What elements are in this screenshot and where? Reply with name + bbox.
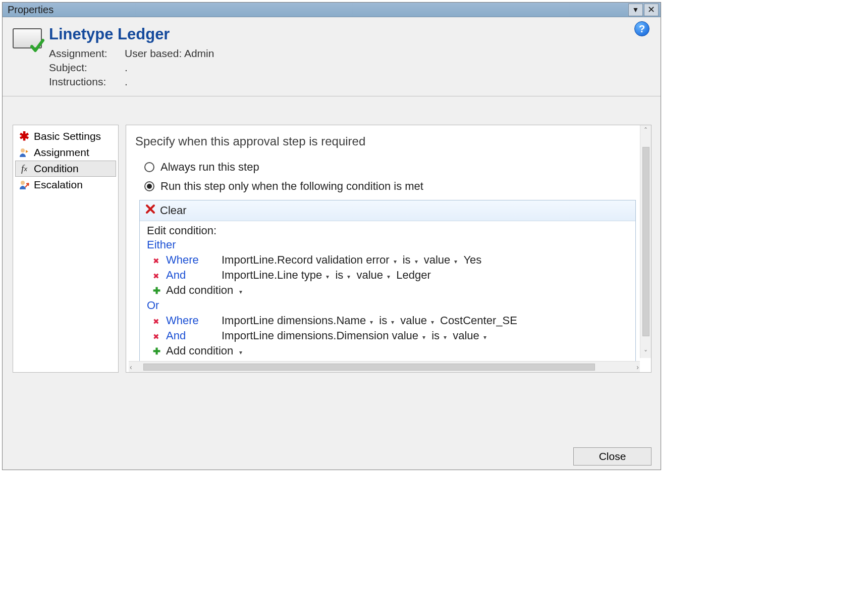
caret-icon: ▾ [414, 258, 419, 265]
vertical-scrollbar[interactable]: ˄ ˅ [640, 125, 651, 358]
operator-dropdown[interactable]: is ▾ [379, 314, 395, 327]
add-icon: ✚ [153, 346, 161, 357]
nav-item-basic-settings[interactable]: ✱ Basic Settings [15, 128, 116, 144]
person-escalate-icon [19, 179, 30, 190]
nav-item-assignment[interactable]: Assignment [15, 144, 116, 161]
field-dropdown[interactable]: ImportLine.Record validation error ▾ [222, 253, 398, 267]
caret-icon: ▾ [430, 319, 435, 326]
keyword-where[interactable]: Where [166, 253, 216, 267]
condition-toolbar: Clear [140, 200, 635, 221]
condition-row: ✖ And ImportLine.Line type ▾ is ▾ value … [147, 268, 628, 283]
section-heading: Specify when this approval step is requi… [135, 134, 636, 148]
body-area: ✱ Basic Settings Assignment fx Condition… [3, 96, 661, 380]
close-button-label: Close [599, 450, 626, 463]
instructions-value: . [125, 76, 214, 88]
step-icon [13, 28, 42, 48]
nav-label: Assignment [34, 146, 89, 159]
keyword-where[interactable]: Where [166, 314, 216, 327]
group-or[interactable]: Or [147, 298, 628, 313]
page-title: Linetype Ledger [49, 25, 214, 43]
group-either[interactable]: Either [147, 237, 628, 252]
condition-body: Edit condition: Either ✖ Where ImportLin… [140, 221, 635, 367]
clear-button[interactable]: Clear [160, 204, 187, 217]
add-condition-row[interactable]: ✚ Add condition ▾ [147, 283, 628, 298]
subject-label: Subject: [49, 62, 125, 74]
nav-label: Condition [34, 163, 79, 175]
keyword-and[interactable]: And [166, 269, 216, 282]
value-dropdown[interactable]: CostCenter_SE [440, 314, 517, 327]
compare-dropdown[interactable]: value ▾ [424, 253, 459, 267]
field-dropdown[interactable]: ImportLine dimensions.Name ▾ [222, 314, 374, 327]
remove-icon[interactable]: ✖ [153, 256, 161, 266]
compare-dropdown[interactable]: value ▾ [356, 269, 391, 282]
operator-dropdown[interactable]: is ▾ [403, 253, 419, 267]
checkmark-icon [30, 38, 45, 54]
header-area: ? Linetype Ledger Assignment: User based… [3, 17, 661, 96]
condition-row: ✖ Where ImportLine dimensions.Name ▾ is … [147, 313, 628, 328]
fx-icon: fx [19, 163, 30, 174]
close-icon: ✕ [647, 4, 655, 15]
keyword-and[interactable]: And [166, 329, 216, 342]
instructions-label: Instructions: [49, 76, 125, 88]
caret-icon: ▾ [325, 273, 330, 280]
clear-x-icon [145, 203, 156, 218]
compare-dropdown[interactable]: value ▾ [400, 314, 435, 327]
window-title: Properties [8, 4, 53, 16]
remove-icon[interactable]: ✖ [153, 332, 161, 341]
caret-icon: ▾ [421, 334, 426, 341]
close-window-button[interactable]: ✕ [644, 4, 659, 16]
svg-point-1 [21, 181, 25, 185]
scroll-thumb[interactable] [143, 364, 595, 371]
nav-item-escalation[interactable]: Escalation [15, 177, 116, 193]
value-dropdown[interactable]: Yes [463, 253, 481, 267]
svg-point-0 [21, 148, 25, 152]
nav-label: Basic Settings [34, 130, 101, 142]
remove-icon[interactable]: ✖ [153, 317, 161, 326]
nav-item-condition[interactable]: fx Condition [15, 161, 116, 177]
main-panel: Specify when this approval step is requi… [126, 125, 652, 373]
footer: Close [573, 447, 652, 466]
properties-window: Properties ▼ ✕ ? Linetype Ledger Assignm… [2, 2, 661, 470]
caret-icon: ▾ [238, 288, 243, 295]
caret-icon: ▾ [393, 258, 398, 265]
add-icon: ✚ [153, 285, 161, 296]
assignment-label: Assignment: [49, 47, 125, 60]
caret-icon: ▾ [443, 334, 448, 341]
scroll-down-icon: ˅ [644, 349, 647, 357]
edit-condition-label: Edit condition: [147, 224, 628, 237]
remove-icon[interactable]: ✖ [153, 272, 161, 281]
radio-label: Run this step only when the following co… [160, 180, 423, 193]
condition-panel: Clear Edit condition: Either ✖ Where Imp… [139, 200, 636, 367]
assignment-value: User based: Admin [125, 47, 214, 60]
help-icon: ? [639, 23, 645, 35]
add-condition-row[interactable]: ✚ Add condition ▾ [147, 343, 628, 358]
radio-icon [144, 181, 154, 191]
nav-panel: ✱ Basic Settings Assignment fx Condition… [13, 125, 119, 373]
close-button[interactable]: Close [573, 447, 652, 466]
radio-always[interactable]: Always run this step [135, 158, 636, 177]
caret-icon: ▾ [390, 319, 395, 326]
condition-row: ✖ Where ImportLine.Record validation err… [147, 252, 628, 268]
compare-dropdown[interactable]: value ▾ [453, 329, 487, 342]
operator-dropdown[interactable]: is ▾ [431, 329, 448, 342]
horizontal-scrollbar[interactable]: ‹ › [129, 361, 640, 372]
subject-value: . [125, 62, 214, 74]
scroll-right-icon: › [636, 363, 639, 371]
field-dropdown[interactable]: ImportLine.Line type ▾ [222, 269, 330, 282]
value-dropdown[interactable]: Ledger [396, 269, 431, 282]
help-button[interactable]: ? [634, 21, 649, 36]
condition-row: ✖ And ImportLine dimensions.Dimension va… [147, 328, 628, 343]
field-dropdown[interactable]: ImportLine dimensions.Dimension value ▾ [222, 329, 426, 342]
titlebar: Properties ▼ ✕ [3, 3, 661, 17]
caret-icon: ▾ [346, 273, 351, 280]
operator-dropdown[interactable]: is ▾ [335, 269, 351, 282]
radio-label: Always run this step [160, 161, 259, 174]
add-condition-label: Add condition [166, 284, 233, 297]
dropdown-button[interactable]: ▼ [628, 4, 643, 16]
radio-icon [144, 162, 154, 172]
scroll-left-icon: ‹ [130, 363, 132, 371]
radio-conditional[interactable]: Run this step only when the following co… [135, 177, 636, 196]
nav-label: Escalation [34, 179, 83, 191]
scroll-thumb[interactable] [642, 147, 649, 336]
scroll-up-icon: ˄ [644, 126, 647, 134]
